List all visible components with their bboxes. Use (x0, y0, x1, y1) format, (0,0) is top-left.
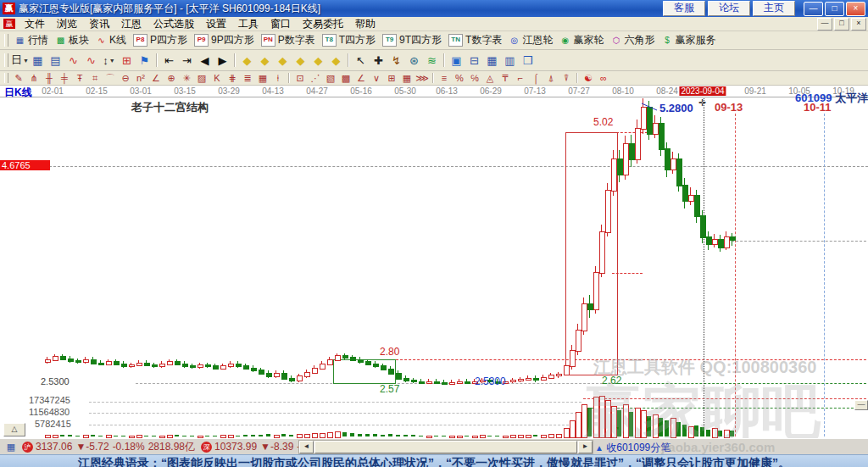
fib-circle-tool[interactable]: ⊖ (118, 72, 133, 84)
gann-diamond-1-button[interactable]: ◆ (238, 52, 256, 69)
menu-公式选股[interactable]: 公式选股 (147, 17, 200, 31)
flag-f-tool[interactable]: ⌠ (528, 72, 543, 84)
wave-lines-tool[interactable]: ⋙ (415, 72, 430, 84)
k-mark-tool[interactable]: Κ (209, 72, 225, 84)
check-tool[interactable]: ∨ (369, 72, 384, 84)
pane-collapse-button[interactable]: — (854, 400, 868, 410)
hand-tool-button[interactable]: ↖ (352, 52, 370, 69)
quote-list-icon[interactable]: ▤ (47, 52, 64, 69)
gann-box-tool[interactable]: ╫ (42, 72, 57, 84)
infinity-icon[interactable]: ∞ (596, 72, 611, 84)
rect-tool[interactable]: ⊡ (292, 72, 308, 84)
wave-tool-button[interactable]: ≋ (423, 52, 441, 69)
price-label-tool[interactable]: ₸ (498, 72, 513, 84)
winner-wheel-button[interactable]: ◉赢家轮 (556, 32, 607, 48)
cycle2-tool[interactable]: ⍒ (559, 72, 574, 84)
gann-grid-tool[interactable]: ╪ (57, 72, 72, 84)
mini-trend-icon[interactable]: ∿ (64, 52, 82, 69)
yinyang-icon[interactable]: ☯ (581, 72, 596, 84)
gann-fan-tool[interactable]: ⋔ (26, 72, 42, 84)
angle-measure-tool[interactable]: ∠ (148, 72, 164, 84)
scroll-right-arrow[interactable]: ► (578, 441, 593, 453)
measure-tool-button[interactable]: ↯ (387, 52, 405, 69)
grid3-tool[interactable]: ▦ (399, 72, 415, 84)
titlebar-button-2[interactable]: 论坛 (708, 1, 750, 16)
ray-tool[interactable]: ⋰ (308, 72, 323, 84)
menu-工具[interactable]: 工具 (232, 17, 264, 31)
levels-tool[interactable]: ≡ (437, 72, 452, 84)
wheel-mini-tool[interactable]: ⊕ (164, 72, 179, 84)
hexagon-button[interactable]: ⬡六角形 (607, 32, 658, 48)
menu-设置[interactable]: 设置 (200, 17, 232, 31)
last-bar-button[interactable]: ⇥ (178, 52, 196, 69)
shade-tool[interactable]: ▧ (323, 72, 338, 84)
full-grid-tool[interactable]: ▦ (255, 72, 270, 84)
menu-帮助[interactable]: 帮助 (349, 17, 381, 31)
first-bar-button[interactable]: ⇤ (160, 52, 178, 69)
gann-diamond-5-button[interactable]: ◆ (309, 52, 327, 69)
mdi-minimize-button[interactable]: — (817, 18, 832, 31)
mdi-close-button[interactable]: × (851, 18, 866, 31)
gann-diamond-4-button[interactable]: ◆ (292, 52, 309, 69)
time-ruler-tool[interactable]: ⌗ (87, 72, 103, 84)
t9-square-button[interactable]: T99T四方形 (379, 32, 445, 48)
color-flag-icon[interactable]: ⚑ (136, 52, 153, 69)
square-n2-tool[interactable]: n² (133, 72, 148, 84)
kline-style-icon[interactable]: ⊞ (118, 52, 136, 69)
mini-trend2-icon[interactable]: ∿ (82, 52, 100, 69)
trend-angle-tool[interactable]: ∠ (353, 72, 369, 84)
bar-pair-tool[interactable]: ⍿ (270, 72, 286, 84)
crosshair-tool-button[interactable]: ✚ (370, 52, 387, 69)
channel-tool[interactable]: ▩ (338, 72, 353, 84)
chart-window-icon[interactable]: ▦ (29, 52, 47, 69)
menu-文件[interactable]: 文件 (19, 17, 51, 31)
sector-button[interactable]: ▩板块 (52, 32, 92, 48)
titlebar-button-3[interactable]: 主页 (753, 1, 795, 16)
grid2-tool[interactable]: ⊞ (384, 72, 399, 84)
menu-窗口[interactable]: 窗口 (264, 17, 297, 31)
menu-交易委托[interactable]: 交易委托 (297, 17, 349, 31)
percent-retrace-tool[interactable]: ℅ (467, 72, 482, 84)
menu-资讯[interactable]: 资讯 (83, 17, 115, 31)
cycle-tool-button[interactable]: ⊛ (405, 52, 423, 69)
gann-diamond-3-button[interactable]: ◆ (274, 52, 292, 69)
pattern-box-tool[interactable]: ▨ (194, 72, 209, 84)
data-table-icon[interactable]: ▦ (483, 52, 501, 69)
kline-chart[interactable]: 02-0102-1503-0103-1503-2904-1304-2705-16… (0, 86, 868, 438)
save-layout-icon[interactable]: ▥ (501, 52, 519, 69)
time-band-tool[interactable]: ⋕ (225, 72, 240, 84)
menu-江恩[interactable]: 江恩 (115, 17, 147, 31)
scale-toggle-dropdown[interactable]: ↕▼ (100, 52, 118, 69)
gann-diamond-6-button[interactable]: ◆ (327, 52, 345, 69)
p9-square-button[interactable]: P99P四方形 (191, 32, 258, 48)
calendar-icon[interactable]: ▣ (448, 52, 465, 69)
golden-section-tool[interactable]: ◬ (482, 72, 498, 84)
fib-time-tool[interactable]: ⍋ (543, 72, 559, 84)
scroll-left-arrow[interactable]: ◄ (299, 441, 314, 453)
gann-wheel-button[interactable]: ◎江恩轮 (505, 32, 556, 48)
draw-pen-tool[interactable]: ✎ (11, 72, 26, 84)
volume-pane-toggle-button[interactable]: △ (3, 423, 25, 436)
percent-tool[interactable]: % (452, 72, 467, 84)
tick-data-link[interactable]: ▲ 收601099分笔 (595, 441, 670, 455)
minimize-button[interactable]: — (804, 2, 823, 16)
kline-button[interactable]: ∿K线 (92, 32, 130, 48)
t-number-table-button[interactable]: TNT数字表 (445, 32, 505, 48)
order-delivery-icon[interactable]: ❒ (519, 52, 537, 69)
board-grid-icon[interactable]: ▦ (5, 442, 17, 452)
winner-service-button[interactable]: $赢家服务 (658, 32, 719, 48)
prev-bar-button[interactable]: ◀ (196, 52, 214, 69)
restore-button[interactable]: □ (825, 2, 844, 16)
angle-line-tool[interactable]: Ŧ (72, 72, 87, 84)
scrollbar-thumb[interactable] (314, 441, 577, 453)
starburst-tool[interactable]: ✳ (179, 72, 194, 84)
p-number-table-button[interactable]: PNP数字表 (258, 32, 319, 48)
menu-浏览[interactable]: 浏览 (51, 17, 83, 31)
t-square-button[interactable]: T8T四方形 (319, 32, 379, 48)
horizontal-scrollbar[interactable]: ◄ ► (298, 440, 593, 454)
next-bar-button[interactable]: ▶ (214, 52, 231, 69)
p-square-button[interactable]: P8P四方形 (130, 32, 191, 48)
gann-diamond-2-button[interactable]: ◆ (256, 52, 274, 69)
period-day-dropdown[interactable]: 日▼ (11, 52, 29, 69)
quote-board-button[interactable]: ▦行情 (11, 32, 52, 48)
